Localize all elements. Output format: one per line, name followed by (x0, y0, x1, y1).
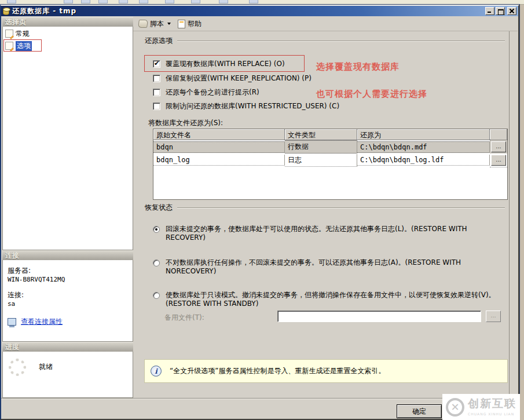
close-button[interactable] (507, 7, 516, 15)
column-header-browse (490, 129, 507, 140)
table-header-row: 原始文件名 文件类型 还原为 (153, 129, 507, 140)
cell-restore-as[interactable]: C:\bdqn\bdqn_log.ldf (357, 155, 490, 166)
database-icon (3, 8, 9, 15)
checkbox-label: 还原每个备份之前进行提示(R) (166, 87, 259, 97)
connection-header: 连接 (2, 250, 133, 260)
table-row[interactable]: bdqn 行数据 C:\bdqn\bdqn.mdf ... (153, 140, 507, 154)
browse-button[interactable]: ... (491, 141, 506, 152)
radio-restore-with-norecovery[interactable]: 不对数据库执行任何操作，不回滚未提交的事务。可以还原其他事务日志(A)。(RES… (153, 258, 506, 276)
radio-restore-with-recovery[interactable]: 回滚未提交的事务，使数据库处于可以使用的状态。无法还原其他事务日志(L)。(RE… (153, 225, 506, 242)
progress-panel: 就绪 (2, 352, 133, 398)
page-icon (5, 30, 13, 38)
watermark: ✕ 创新互联 CHUANG XINHU LIAN (442, 394, 520, 420)
column-header-restore-as[interactable]: 还原为 (357, 129, 490, 140)
restore-files-table: 原始文件名 文件类型 还原为 bdqn 行数据 C:\bdqn\bdqn.mdf… (153, 129, 508, 200)
server-label: 服务器: (8, 266, 128, 276)
radio-restore-with-standby[interactable]: 使数据库处于只读模式。撤消未提交的事务，但将撤消操作保存在备用文件中，以便可使恢… (153, 291, 515, 308)
help-button[interactable]: 帮助 (176, 18, 203, 30)
info-message: “全文升级选项”服务器属性控制是导入、重新生成还是重置全文索引。 (170, 366, 385, 376)
table-row[interactable]: bdqn_log 日志 C:\bdqn\bdqn_log.ldf ... (153, 154, 507, 167)
restore-files-label: 将数据库文件还原为(S): (148, 118, 223, 128)
sidebar-item-general[interactable]: 常规 (3, 28, 133, 39)
browse-button[interactable]: ... (491, 155, 506, 166)
checkbox-icon[interactable] (153, 60, 160, 68)
group-divider (177, 207, 505, 209)
window-title: 还原数据库 - tmp (12, 6, 76, 16)
cell-file-type[interactable]: 日志 (285, 154, 357, 167)
watermark-logo-icon: ✕ (446, 398, 464, 417)
help-label: 帮助 (188, 19, 201, 29)
annotation-red-box-options (3, 39, 42, 52)
title-bar[interactable]: 还原数据库 - tmp (1, 6, 518, 16)
dialog-footer: 确定 (1, 398, 518, 419)
restore-options-group-label: 还原选项 (145, 36, 173, 46)
radio-label: 不对数据库执行任何操作，不回滚未提交的事务。可以还原其他事务日志(A)。(RES… (166, 258, 506, 276)
connection-label: 连接: (8, 290, 128, 300)
dialog-toolbar: 脚本 帮助 (133, 17, 518, 31)
annotation-text-2: 也可根据个人需要进行选择 (316, 89, 427, 100)
server-value: WIN-B8RVQT412MQ (8, 276, 128, 283)
sidebar-item-label: 常规 (16, 29, 30, 39)
help-icon (178, 20, 185, 28)
minimize-button[interactable] (485, 7, 494, 15)
background-toolbar-strip (0, 0, 524, 5)
chevron-down-icon (167, 23, 171, 25)
cell-original-file[interactable]: bdqn (153, 141, 285, 153)
checkbox-label: 保留复制设置(WITH KEEP_REPLICATION) (P) (166, 74, 312, 83)
restore-database-dialog: 还原数据库 - tmp 选择页 常规 选项 连接 服务器: WIN-B8RVQT… (0, 5, 519, 420)
connection-panel: 服务器: WIN-B8RVQT412MQ 连接: sa 查看连接属性 (2, 260, 133, 342)
watermark-name: 创新互联 (468, 397, 516, 410)
checkbox-restricted-user[interactable]: 限制访问还原的数据库(WITH RESTRICTED_USER) (C) (153, 101, 339, 111)
checkbox-prompt-before-restore[interactable]: 还原每个备份之前进行提示(R) (153, 87, 259, 97)
maximize-button[interactable] (496, 7, 505, 15)
connection-value: sa (8, 300, 128, 308)
column-header-original-file[interactable]: 原始文件名 (153, 129, 285, 140)
recovery-state-group-label: 恢复状态 (145, 203, 173, 213)
radio-icon[interactable] (153, 226, 160, 233)
sidebar-item-options[interactable]: 选项 (3, 41, 133, 51)
standby-file-input[interactable] (277, 311, 481, 322)
radio-icon[interactable] (153, 292, 160, 299)
script-button[interactable]: 脚本 (137, 18, 173, 30)
radio-icon[interactable] (153, 260, 160, 266)
checkbox-icon[interactable] (153, 103, 160, 110)
cell-file-type[interactable]: 行数据 (285, 140, 357, 154)
progress-header: 进度 (2, 342, 133, 352)
radio-label: 回滚未提交的事务，使数据库处于可以使用的状态。无法还原其他事务日志(L)。(RE… (166, 225, 506, 242)
annotation-text-1: 选择覆盖现有数据库 (316, 61, 400, 72)
checkbox-keep-replication[interactable]: 保留复制设置(WITH KEEP_REPLICATION) (P) (153, 74, 312, 83)
column-header-file-type[interactable]: 文件类型 (285, 129, 357, 140)
options-page-content: 还原选项 覆盖现有数据库(WITH REPLACE) (O) 保留复制设置(WI… (134, 31, 510, 398)
checkbox-label: 覆盖现有数据库(WITH REPLACE) (O) (166, 59, 285, 69)
group-divider (177, 41, 505, 42)
standby-file-label: 备用文件(T): (164, 313, 204, 323)
select-page-list: 常规 选项 (2, 27, 133, 250)
script-label: 脚本 (150, 19, 164, 29)
info-bar: i “全文升级选项”服务器属性控制是导入、重新生成还是重置全文索引。 (144, 359, 508, 383)
cell-restore-as[interactable]: C:\bdqn\bdqn.mdf (357, 141, 490, 153)
progress-spinner-icon (9, 359, 26, 376)
ok-button[interactable]: 确定 (397, 404, 442, 418)
cell-original-file[interactable]: bdqn_log (153, 155, 285, 166)
checkbox-label: 限制访问还原的数据库(WITH RESTRICTED_USER) (C) (166, 101, 339, 111)
standby-browse-button[interactable]: ... (486, 311, 501, 322)
script-icon (138, 20, 148, 28)
radio-label: 使数据库处于只读模式。撤消未提交的事务，但将撤消操作保存在备用文件中，以便可使恢… (166, 291, 496, 308)
checkbox-icon[interactable] (153, 75, 160, 82)
progress-status: 就绪 (39, 362, 53, 372)
select-page-header: 选择页 (2, 17, 133, 27)
checkbox-icon[interactable] (153, 89, 160, 96)
info-icon: i (151, 366, 162, 377)
cell-browse: ... (490, 154, 507, 167)
cell-browse: ... (490, 140, 507, 154)
watermark-subtitle: CHUANG XINHU LIAN (468, 412, 514, 416)
view-connection-properties-link[interactable]: 查看连接属性 (21, 317, 63, 327)
checkbox-overwrite-database[interactable]: 覆盖现有数据库(WITH REPLACE) (O) (153, 59, 285, 68)
connection-properties-icon (8, 318, 16, 326)
